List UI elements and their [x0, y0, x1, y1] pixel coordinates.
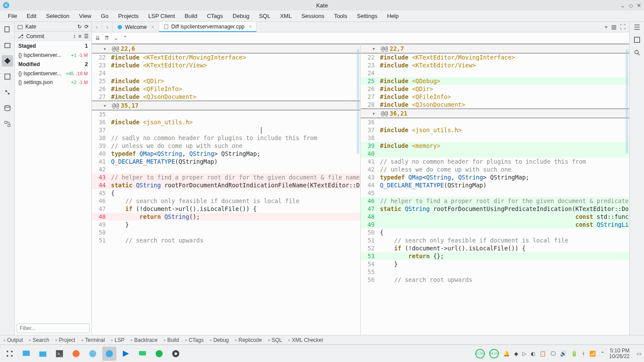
filter-input[interactable]: [17, 323, 90, 333]
code-line[interactable]: 47static QString rootForDocumentUsingPre…: [361, 205, 629, 213]
code-line[interactable]: 50: [92, 228, 360, 236]
code-line[interactable]: 50{: [361, 228, 629, 236]
menu-file[interactable]: File: [3, 11, 21, 21]
notifications-icon[interactable]: 🔔: [503, 351, 510, 357]
bottom-tab-replicode[interactable]: ▫Replicode: [235, 337, 262, 343]
code-line[interactable]: 44Q_DECLARE_METATYPE(QStringMap): [361, 181, 629, 189]
chromium-icon[interactable]: [86, 347, 100, 361]
code-line[interactable]: 38: [361, 134, 629, 142]
rail-project-icon[interactable]: [2, 71, 13, 82]
clipboard-icon[interactable]: 📋: [540, 351, 546, 357]
hunk-header[interactable]: ▾@@22,7: [361, 44, 629, 53]
rail-files-icon[interactable]: [2, 39, 13, 51]
code-line[interactable]: 43// helper to find a proper root dir fo…: [92, 173, 360, 181]
code-line[interactable]: 46 // search only feasible if document i…: [92, 197, 360, 205]
media-icon[interactable]: ▷: [522, 351, 526, 357]
split-icon[interactable]: ▥: [611, 24, 616, 30]
code-line[interactable]: 26#include <QDir>: [361, 85, 629, 93]
bottom-tab-backtrace[interactable]: ▫Backtrace: [131, 337, 158, 343]
bottom-tab-lsp[interactable]: ▫LSP: [111, 337, 125, 343]
code-line[interactable]: 24: [92, 69, 360, 77]
menu-selection[interactable]: Selection: [42, 11, 73, 21]
show-desktop-icon[interactable]: ▭: [637, 351, 641, 357]
code-line[interactable]: 42: [92, 165, 360, 173]
konsole-icon[interactable]: >_: [52, 347, 66, 361]
code-line[interactable]: 48 const std::function<bool(QDir, QStrin…: [361, 213, 629, 221]
rail-outline-icon[interactable]: [634, 24, 641, 32]
code-line[interactable]: 45: [361, 189, 629, 197]
commit-row[interactable]: ⎇ Commit ↕ ≡ ☰: [15, 32, 91, 41]
display-icon[interactable]: 🖵: [550, 351, 556, 357]
code-line[interactable]: 52 if (!document->url().isLocalFile()) {: [361, 244, 629, 252]
maximize-editor-icon[interactable]: ⛶: [620, 24, 626, 30]
sort-icon[interactable]: ↕: [73, 33, 76, 39]
obs-icon[interactable]: [169, 347, 183, 361]
close-icon[interactable]: ×: [151, 24, 154, 30]
bottom-tab-search[interactable]: ▫Search: [29, 337, 49, 343]
rail-bookmarks-icon[interactable]: [2, 87, 13, 98]
diff-first-icon[interactable]: ⇊: [95, 35, 100, 41]
menu-ctags[interactable]: CTags: [202, 11, 227, 21]
list-icon[interactable]: ☰: [84, 33, 89, 39]
bottom-tab-project[interactable]: ▫Project: [56, 337, 76, 343]
menu-go[interactable]: Go: [97, 11, 113, 21]
fold-icon[interactable]: ▾: [92, 45, 109, 53]
menu-view[interactable]: View: [75, 11, 96, 21]
files-icon[interactable]: [36, 347, 50, 361]
scrollbar[interactable]: [626, 49, 628, 154]
fold-icon[interactable]: ▾: [361, 45, 378, 53]
diff-next-icon[interactable]: ⌄: [114, 35, 118, 41]
code-line[interactable]: 47 if (!document->url().isLocalFile()) {: [92, 205, 360, 213]
tray-misc-icon[interactable]: ◐: [531, 351, 535, 357]
code-line[interactable]: 27#include <QFileInfo>: [361, 93, 629, 101]
fold-icon[interactable]: ▾: [361, 109, 378, 117]
bottom-tab-debug[interactable]: ▫Debug: [210, 337, 229, 343]
code-line[interactable]: 35: [92, 110, 360, 118]
code-line[interactable]: 26#include <QFileInfo>: [92, 85, 360, 93]
vscode-icon[interactable]: [119, 347, 133, 361]
reload-icon[interactable]: ⟳: [84, 24, 89, 30]
code-line[interactable]: 37: [92, 126, 360, 134]
file-item[interactable]: {} lspclientserver... +45 -18 M: [15, 69, 91, 78]
code-line[interactable]: 55: [361, 268, 629, 276]
code-line[interactable]: 22#include <KTextEditor/MovingInterface>: [361, 53, 629, 61]
diff-prev-hunk-icon[interactable]: ⇈: [104, 35, 109, 41]
menu-xml[interactable]: XML: [275, 11, 296, 21]
tray-app-icon[interactable]: ◆: [514, 351, 518, 357]
code-line[interactable]: 39// unless we do come up with such one: [92, 142, 360, 150]
code-line[interactable]: 51 // search root upwards: [92, 236, 360, 244]
bottom-tab-terminal[interactable]: ▫Terminal: [81, 337, 105, 343]
cpu-indicator[interactable]: 12.0%: [475, 349, 485, 358]
rail-git-icon[interactable]: [2, 55, 13, 67]
code-line[interactable]: 40typedef QMap<QString, QString> QString…: [92, 150, 360, 158]
fold-icon[interactable]: ▾: [92, 102, 109, 109]
network-icon[interactable]: 📶: [589, 351, 596, 357]
code-line[interactable]: 48 return QString();: [92, 213, 360, 221]
file-item[interactable]: {} settings.json +2 -1 M: [15, 78, 91, 87]
code-line[interactable]: 23#include <KTextEditor/View>: [92, 61, 360, 69]
menu-sessions[interactable]: Sessions: [297, 11, 329, 21]
code-line[interactable]: 51 // search only feasible if document i…: [361, 236, 629, 244]
modified-section[interactable]: Modified 2: [15, 60, 91, 69]
bottom-tab-output[interactable]: ▫Output: [3, 337, 23, 343]
code-line[interactable]: 41// sadly no common header for plugins …: [361, 158, 629, 165]
menu-tools[interactable]: Tools: [330, 11, 352, 21]
scrollbar[interactable]: [357, 49, 359, 154]
menu-settings[interactable]: Settings: [352, 11, 382, 21]
desktop-icon[interactable]: [19, 347, 33, 361]
menu-build[interactable]: Build: [180, 11, 202, 21]
rail-find-icon[interactable]: [634, 49, 641, 57]
spotify-icon[interactable]: [152, 347, 166, 361]
code-line[interactable]: 36#include <json_utils.h>: [92, 118, 360, 126]
code-line[interactable]: 25#include <QDir>: [92, 77, 360, 85]
code-line[interactable]: 41Q_DECLARE_METATYPE(QStringMap): [92, 158, 360, 165]
rail-documents-icon[interactable]: [2, 24, 13, 35]
kate-icon[interactable]: [102, 347, 116, 361]
code-line[interactable]: 53 return {};: [361, 252, 629, 260]
close-icon[interactable]: ×: [249, 24, 252, 30]
hunk-header[interactable]: ▾@@35,17: [92, 101, 360, 110]
menu-projects[interactable]: Projects: [114, 11, 143, 21]
expand-tray-icon[interactable]: ⌃: [600, 351, 605, 357]
code-line[interactable]: 22#include <KTextEditor/MovingInterface>: [92, 53, 360, 61]
hunk-header[interactable]: ▾@@36,21: [361, 109, 629, 118]
